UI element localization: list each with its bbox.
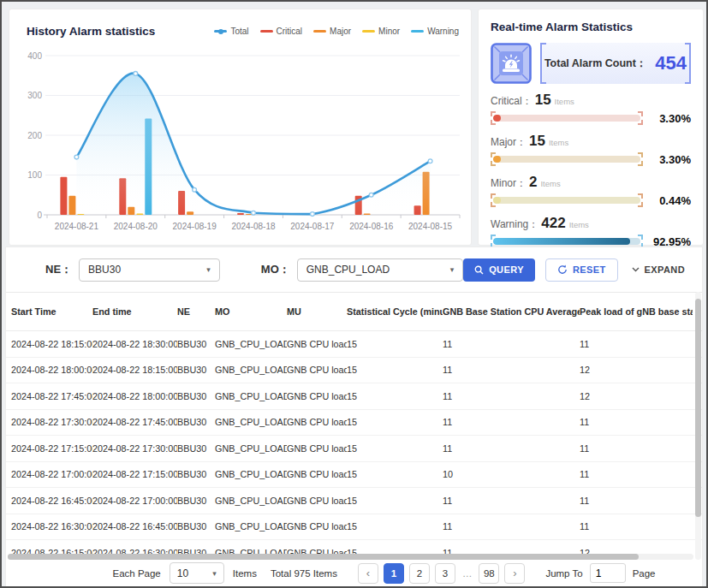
table-row[interactable]: 2024-08-22 16:45:002024-08-22 17:00:00BB…: [6, 488, 702, 514]
vertical-scrollbar-thumb[interactable]: [695, 299, 701, 517]
items-label: Items: [233, 568, 257, 579]
stat-progress-bar: [491, 111, 643, 125]
cell: 2024-08-22 17:30:00: [92, 443, 177, 454]
legend-marker-icon: [362, 30, 375, 33]
stat-unit: Items: [540, 179, 560, 188]
cell: GNB CPU load: [287, 391, 347, 401]
cell: GNB CPU load: [287, 339, 347, 349]
svg-text:2024-08-18: 2024-08-18: [231, 222, 276, 231]
expand-button[interactable]: EXPAND: [628, 258, 688, 282]
query-button[interactable]: QUERY: [463, 258, 535, 282]
table-row[interactable]: 2024-08-22 18:15:002024-08-22 18:30:00BB…: [6, 331, 702, 358]
cell: 2024-08-22 17:45:00: [92, 417, 177, 427]
table-row[interactable]: 2024-08-22 16:15:002024-08-22 16:30:00BB…: [6, 540, 702, 555]
cell: GNB_CPU_LOAD: [215, 443, 287, 454]
total-alarm-count-box: Total Alarm Count： 454: [540, 43, 691, 84]
cell: GNB CPU load: [287, 417, 347, 427]
page-button-98[interactable]: 98: [479, 563, 499, 584]
table-row[interactable]: 2024-08-22 18:00:002024-08-22 18:15:00BB…: [6, 358, 702, 384]
table-row[interactable]: 2024-08-22 16:30:002024-08-22 16:45:00BB…: [6, 514, 702, 541]
jump-to-input[interactable]: [590, 563, 626, 583]
table-row[interactable]: 2024-08-22 17:15:002024-08-22 17:30:00BB…: [6, 436, 702, 462]
stat-label: Minor：: [491, 176, 527, 191]
cell: 10: [443, 469, 580, 479]
stat-percent: 3.30%: [643, 153, 691, 166]
cell: 15: [347, 443, 443, 454]
legend-item-major[interactable]: Major: [313, 27, 351, 36]
search-icon: [474, 265, 484, 275]
reset-icon: [557, 264, 568, 275]
table-row[interactable]: 2024-08-22 17:00:002024-08-22 17:15:00BB…: [6, 462, 702, 489]
page-size-select[interactable]: 10▾: [170, 562, 224, 584]
cell: 11: [580, 521, 693, 532]
cell: 11: [580, 443, 693, 454]
cell: 2024-08-22 18:15:00: [6, 339, 92, 349]
cell: 2024-08-22 18:30:00: [92, 339, 177, 349]
ne-select-value: BBU30: [88, 264, 121, 276]
cell: GNB_CPU_LOAD: [215, 469, 287, 479]
legend-marker-icon: [313, 30, 326, 33]
cell: 2024-08-22 17:45:00: [6, 391, 92, 401]
ne-label: NE：: [45, 262, 72, 277]
cell: 11: [443, 365, 580, 375]
stat-label: Critical：: [491, 94, 532, 109]
cell: 2024-08-22 17:00:00: [92, 496, 177, 506]
svg-text:2024-08-21: 2024-08-21: [55, 222, 99, 231]
pagination-bar: Each Page 10▾ Items Total 975 Items ‹123…: [6, 560, 702, 586]
stat-unit: Items: [549, 138, 568, 147]
column-header: Statistical Cycle (minutes): [347, 306, 443, 317]
stat-row-warning: Warning： 422 Items 92.95%: [491, 215, 691, 248]
legend-marker-icon: [214, 30, 227, 33]
cell: GNB CPU load: [287, 443, 347, 454]
page-button-2[interactable]: 2: [409, 563, 430, 584]
table-header: Start TimeEnd timeNEMOMUStatistical Cycl…: [6, 293, 702, 331]
cell: 2024-08-22 16:45:00: [6, 496, 92, 506]
total-alarm-row: Total Alarm Count： 454: [491, 43, 691, 84]
cell: 12: [580, 365, 693, 375]
stat-label: Warning：: [491, 217, 538, 232]
cell: 2024-08-22 16:45:00: [92, 521, 177, 532]
cell: 2024-08-22 17:30:00: [6, 417, 92, 427]
cell: 2024-08-22 16:30:00: [6, 521, 92, 532]
table-row[interactable]: 2024-08-22 17:30:002024-08-22 17:45:00BB…: [6, 410, 702, 437]
vertical-scrollbar[interactable]: [695, 292, 701, 560]
legend-item-critical[interactable]: Critical: [260, 27, 303, 36]
cell: GNB CPU load: [287, 365, 347, 375]
query-bar: NE： BBU30 ▾ MO： GNB_CPU_LOAD ▾ QUERY RES…: [6, 247, 702, 293]
alarm-dashboard: History Alarm statistics TotalCriticalMa…: [0, 0, 708, 588]
cell: 11: [580, 496, 693, 506]
chevron-down-icon: ▾: [450, 265, 455, 274]
mo-select[interactable]: GNB_CPU_LOAD ▾: [297, 258, 463, 282]
svg-text:2024-08-19: 2024-08-19: [173, 222, 217, 231]
svg-text:300: 300: [27, 91, 42, 100]
next-page-button[interactable]: ›: [504, 563, 525, 584]
horizontal-scrollbar[interactable]: [8, 554, 693, 560]
cell: 15: [347, 417, 443, 427]
column-header: Peak load of gNB base station CPU: [580, 306, 693, 317]
stat-count: 15: [535, 92, 551, 109]
legend-item-warning[interactable]: Warning: [411, 27, 459, 36]
stat-label: Major：: [491, 135, 527, 150]
table-body: 2024-08-22 18:15:002024-08-22 18:30:00BB…: [6, 331, 702, 555]
column-header: MO: [215, 306, 287, 317]
ne-select[interactable]: BBU30 ▾: [79, 258, 220, 282]
cell: 11: [580, 417, 693, 427]
table-row[interactable]: 2024-08-22 17:45:002024-08-22 18:00:00BB…: [6, 383, 702, 410]
legend-item-total[interactable]: Total: [214, 27, 248, 36]
cell: 11: [443, 339, 580, 349]
mo-label: MO：: [261, 262, 290, 277]
cell: BBU30: [177, 521, 215, 532]
cell: GNB_CPU_LOAD: [215, 521, 287, 532]
reset-button[interactable]: RESET: [545, 258, 618, 282]
column-header: Start Time: [6, 306, 92, 317]
svg-text:2024-08-15: 2024-08-15: [408, 222, 453, 231]
cell: 2024-08-22 18:00:00: [6, 365, 92, 375]
page-button-3[interactable]: 3: [435, 563, 455, 584]
realtime-alarm-panel: Real-time Alarm Statistics: [478, 9, 704, 246]
cell: 11: [443, 496, 580, 506]
horizontal-scrollbar-thumb[interactable]: [8, 554, 639, 560]
page-ellipsis: …: [462, 568, 473, 579]
prev-page-button[interactable]: ‹: [358, 563, 378, 584]
legend-item-minor[interactable]: Minor: [362, 27, 400, 36]
page-button-1[interactable]: 1: [384, 563, 404, 584]
